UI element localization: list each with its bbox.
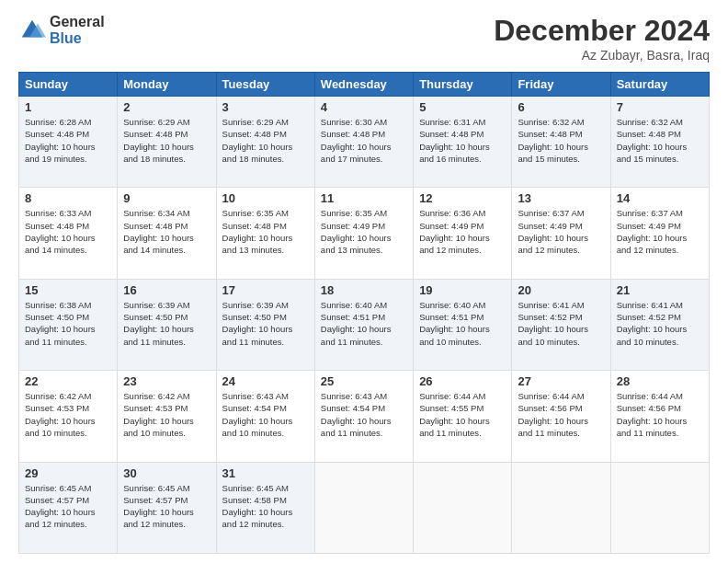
day-info: Sunrise: 6:39 AMSunset: 4:50 PMDaylight:… (222, 299, 309, 348)
day-info: Sunrise: 6:45 AMSunset: 4:58 PMDaylight:… (222, 482, 309, 531)
day-info: Sunrise: 6:35 AMSunset: 4:49 PMDaylight:… (321, 207, 407, 256)
day-info: Sunrise: 6:43 AMSunset: 4:54 PMDaylight:… (222, 390, 309, 439)
day-number: 18 (321, 283, 407, 297)
table-row: 30Sunrise: 6:45 AMSunset: 4:57 PMDayligh… (118, 462, 216, 553)
col-sunday: Sunday (19, 73, 118, 97)
day-number: 10 (222, 191, 309, 205)
logo-icon (18, 17, 46, 44)
table-row: 24Sunrise: 6:43 AMSunset: 4:54 PMDayligh… (216, 371, 314, 462)
day-info: Sunrise: 6:29 AMSunset: 4:48 PMDaylight:… (222, 116, 309, 165)
table-row: 6Sunrise: 6:32 AMSunset: 4:48 PMDaylight… (512, 97, 610, 188)
table-row: 13Sunrise: 6:37 AMSunset: 4:49 PMDayligh… (512, 188, 610, 279)
day-number: 12 (419, 191, 506, 205)
logo-text: General Blue (50, 14, 105, 46)
day-number: 31 (222, 466, 309, 480)
page: General Blue December 2024 Az Zubayr, Ba… (0, 0, 728, 563)
day-info: Sunrise: 6:32 AMSunset: 4:48 PMDaylight:… (518, 116, 604, 165)
day-number: 26 (419, 374, 506, 388)
table-row: 31Sunrise: 6:45 AMSunset: 4:58 PMDayligh… (216, 462, 314, 553)
table-row: 20Sunrise: 6:41 AMSunset: 4:52 PMDayligh… (512, 279, 610, 370)
table-row: 7Sunrise: 6:32 AMSunset: 4:48 PMDaylight… (610, 97, 709, 188)
day-number: 24 (222, 374, 309, 388)
day-info: Sunrise: 6:38 AMSunset: 4:50 PMDaylight:… (25, 299, 111, 348)
logo-general: General (50, 14, 105, 30)
day-info: Sunrise: 6:42 AMSunset: 4:53 PMDaylight:… (123, 390, 210, 439)
day-number: 6 (518, 100, 604, 114)
table-row: 10Sunrise: 6:35 AMSunset: 4:48 PMDayligh… (216, 188, 314, 279)
day-info: Sunrise: 6:36 AMSunset: 4:49 PMDaylight:… (419, 207, 506, 256)
table-row: 9Sunrise: 6:34 AMSunset: 4:48 PMDaylight… (118, 188, 216, 279)
table-row: 12Sunrise: 6:36 AMSunset: 4:49 PMDayligh… (414, 188, 512, 279)
day-info: Sunrise: 6:42 AMSunset: 4:53 PMDaylight:… (25, 390, 111, 439)
day-info: Sunrise: 6:44 AMSunset: 4:56 PMDaylight:… (617, 390, 703, 439)
table-row: 19Sunrise: 6:40 AMSunset: 4:51 PMDayligh… (414, 279, 512, 370)
table-row: 28Sunrise: 6:44 AMSunset: 4:56 PMDayligh… (610, 371, 709, 462)
col-tuesday: Tuesday (216, 73, 314, 97)
col-thursday: Thursday (414, 73, 512, 97)
calendar-week-1: 1Sunrise: 6:28 AMSunset: 4:48 PMDaylight… (19, 97, 710, 188)
day-number: 20 (518, 283, 604, 297)
day-info: Sunrise: 6:29 AMSunset: 4:48 PMDaylight:… (123, 116, 210, 165)
day-info: Sunrise: 6:45 AMSunset: 4:57 PMDaylight:… (25, 482, 111, 531)
table-row (414, 462, 512, 553)
header: General Blue December 2024 Az Zubayr, Ba… (18, 14, 710, 63)
day-info: Sunrise: 6:34 AMSunset: 4:48 PMDaylight:… (123, 207, 210, 256)
day-info: Sunrise: 6:35 AMSunset: 4:48 PMDaylight:… (222, 207, 309, 256)
col-wednesday: Wednesday (314, 73, 413, 97)
calendar-week-5: 29Sunrise: 6:45 AMSunset: 4:57 PMDayligh… (19, 462, 710, 553)
day-number: 9 (123, 191, 210, 205)
day-number: 16 (123, 283, 210, 297)
day-number: 28 (617, 374, 703, 388)
day-number: 29 (25, 466, 111, 480)
table-row: 2Sunrise: 6:29 AMSunset: 4:48 PMDaylight… (118, 97, 216, 188)
day-number: 23 (123, 374, 210, 388)
day-info: Sunrise: 6:40 AMSunset: 4:51 PMDaylight:… (419, 299, 506, 348)
table-row: 1Sunrise: 6:28 AMSunset: 4:48 PMDaylight… (19, 97, 118, 188)
day-number: 21 (617, 283, 703, 297)
location: Az Zubayr, Basra, Iraq (494, 48, 710, 63)
table-row (610, 462, 709, 553)
day-number: 3 (222, 100, 309, 114)
table-row: 29Sunrise: 6:45 AMSunset: 4:57 PMDayligh… (19, 462, 118, 553)
day-info: Sunrise: 6:44 AMSunset: 4:55 PMDaylight:… (419, 390, 506, 439)
day-number: 13 (518, 191, 604, 205)
table-row: 3Sunrise: 6:29 AMSunset: 4:48 PMDaylight… (216, 97, 314, 188)
day-number: 7 (617, 100, 703, 114)
day-number: 19 (419, 283, 506, 297)
table-row: 23Sunrise: 6:42 AMSunset: 4:53 PMDayligh… (118, 371, 216, 462)
day-info: Sunrise: 6:41 AMSunset: 4:52 PMDaylight:… (518, 299, 604, 348)
day-number: 14 (617, 191, 703, 205)
calendar-week-2: 8Sunrise: 6:33 AMSunset: 4:48 PMDaylight… (19, 188, 710, 279)
day-number: 1 (25, 100, 111, 114)
day-info: Sunrise: 6:32 AMSunset: 4:48 PMDaylight:… (617, 116, 703, 165)
table-row: 26Sunrise: 6:44 AMSunset: 4:55 PMDayligh… (414, 371, 512, 462)
table-row: 8Sunrise: 6:33 AMSunset: 4:48 PMDaylight… (19, 188, 118, 279)
calendar-header-row: Sunday Monday Tuesday Wednesday Thursday… (19, 73, 710, 97)
day-info: Sunrise: 6:40 AMSunset: 4:51 PMDaylight:… (321, 299, 407, 348)
table-row: 5Sunrise: 6:31 AMSunset: 4:48 PMDaylight… (414, 97, 512, 188)
table-row: 17Sunrise: 6:39 AMSunset: 4:50 PMDayligh… (216, 279, 314, 370)
day-number: 17 (222, 283, 309, 297)
day-info: Sunrise: 6:45 AMSunset: 4:57 PMDaylight:… (123, 482, 210, 531)
table-row: 4Sunrise: 6:30 AMSunset: 4:48 PMDaylight… (314, 97, 413, 188)
table-row: 16Sunrise: 6:39 AMSunset: 4:50 PMDayligh… (118, 279, 216, 370)
day-number: 4 (321, 100, 407, 114)
table-row: 18Sunrise: 6:40 AMSunset: 4:51 PMDayligh… (314, 279, 413, 370)
table-row (512, 462, 610, 553)
day-info: Sunrise: 6:37 AMSunset: 4:49 PMDaylight:… (518, 207, 604, 256)
day-number: 25 (321, 374, 407, 388)
table-row: 21Sunrise: 6:41 AMSunset: 4:52 PMDayligh… (610, 279, 709, 370)
day-info: Sunrise: 6:37 AMSunset: 4:49 PMDaylight:… (617, 207, 703, 256)
day-info: Sunrise: 6:43 AMSunset: 4:54 PMDaylight:… (321, 390, 407, 439)
day-number: 30 (123, 466, 210, 480)
calendar: Sunday Monday Tuesday Wednesday Thursday… (18, 72, 710, 554)
table-row: 15Sunrise: 6:38 AMSunset: 4:50 PMDayligh… (19, 279, 118, 370)
day-info: Sunrise: 6:44 AMSunset: 4:56 PMDaylight:… (518, 390, 604, 439)
table-row: 27Sunrise: 6:44 AMSunset: 4:56 PMDayligh… (512, 371, 610, 462)
day-number: 15 (25, 283, 111, 297)
day-number: 11 (321, 191, 407, 205)
day-info: Sunrise: 6:33 AMSunset: 4:48 PMDaylight:… (25, 207, 111, 256)
logo: General Blue (18, 14, 105, 46)
col-monday: Monday (118, 73, 216, 97)
col-friday: Friday (512, 73, 610, 97)
